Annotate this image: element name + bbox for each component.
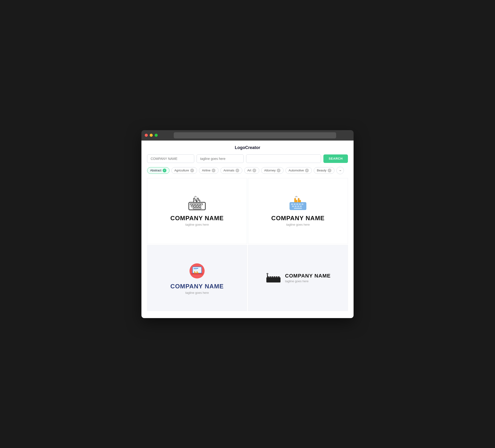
logo-grid: COMPANY NAME tagline goes here: [147, 178, 348, 311]
search-button[interactable]: SEARCH: [323, 154, 348, 163]
logo-company-2: COMPANY NAME: [271, 215, 325, 222]
filter-label: Agriculture: [174, 168, 189, 172]
check-icon: ✓: [328, 168, 331, 172]
filter-next-button[interactable]: →: [336, 167, 344, 174]
close-button[interactable]: [145, 134, 148, 137]
check-icon: ✓: [277, 168, 280, 172]
check-icon: ✓: [163, 168, 166, 172]
keyboard-bw-icon: [186, 196, 208, 212]
svg-rect-1: [190, 203, 192, 205]
check-icon: ✓: [235, 168, 239, 172]
company-name-input[interactable]: [147, 154, 194, 163]
logo-card-3[interactable]: COMPANY NAME tagline goes here: [147, 245, 247, 311]
svg-rect-34: [266, 277, 280, 282]
filter-label: Abstract: [150, 168, 162, 172]
titlebar: [141, 130, 354, 140]
svg-rect-16: [294, 203, 296, 205]
filter-chip-agriculture[interactable]: Agriculture✓: [171, 167, 197, 174]
svg-rect-33: [191, 273, 203, 274]
svg-rect-32: [193, 269, 197, 270]
svg-rect-8: [196, 206, 198, 207]
svg-rect-22: [297, 206, 299, 207]
logo-tagline-3: tagline goes here: [185, 291, 209, 294]
browser-window: LogoCreator SEARCH Abstract✓Agriculture✓…: [141, 130, 354, 318]
svg-line-27: [297, 197, 298, 197]
tagline-input[interactable]: [197, 154, 244, 163]
svg-rect-4: [198, 203, 200, 205]
filter-chip-attorney[interactable]: Attorney✓: [261, 167, 284, 174]
filter-bar: Abstract✓Agriculture✓Airline✓Animals✓Art…: [147, 167, 348, 174]
filter-label: Airline: [202, 168, 210, 172]
logo-tagline-2: tagline goes here: [286, 223, 310, 226]
keyboard-color-icon: [287, 196, 309, 212]
logo-company-4: COMPANY NAME: [285, 273, 330, 279]
logo-company-3: COMPANY NAME: [170, 283, 224, 290]
filter-label: Automotive: [289, 168, 304, 172]
filter-label: Animals: [223, 168, 234, 172]
svg-rect-40: [278, 276, 280, 278]
extra-input[interactable]: [246, 154, 321, 163]
svg-rect-5: [201, 203, 203, 205]
svg-rect-15: [291, 203, 293, 205]
svg-line-26: [295, 197, 296, 197]
svg-rect-9: [199, 206, 201, 207]
svg-rect-10: [193, 208, 201, 209]
app-title: LogoCreator: [147, 145, 348, 150]
check-icon: ✓: [212, 168, 215, 172]
logo-horizontal-4: COMPANY NAME tagline goes here: [265, 272, 330, 284]
svg-rect-19: [302, 203, 303, 205]
svg-rect-41: [267, 274, 268, 277]
logo-company-1: COMPANY NAME: [170, 215, 224, 222]
keyboard-side-icon: [265, 272, 282, 284]
svg-rect-23: [300, 206, 302, 207]
check-icon: ✓: [190, 168, 194, 172]
svg-rect-20: [292, 206, 294, 207]
minimize-button[interactable]: [150, 134, 153, 137]
logo-card-4[interactable]: COMPANY NAME tagline goes here: [248, 245, 348, 311]
filter-label: Attorney: [264, 168, 275, 172]
svg-rect-36: [269, 276, 271, 278]
svg-rect-18: [299, 203, 301, 205]
logo-text-group-4: COMPANY NAME tagline goes here: [285, 273, 330, 283]
laptop-icon: [186, 262, 208, 280]
svg-rect-17: [296, 203, 298, 205]
app-body: LogoCreator SEARCH Abstract✓Agriculture✓…: [141, 140, 354, 318]
svg-rect-6: [191, 206, 193, 207]
svg-rect-21: [295, 206, 297, 207]
filter-chip-automotive[interactable]: Automotive✓: [286, 167, 312, 174]
svg-rect-37: [272, 276, 273, 278]
url-bar[interactable]: [174, 132, 336, 139]
svg-line-13: [196, 197, 197, 197]
filter-label: Beauty: [317, 168, 326, 172]
svg-rect-31: [193, 268, 198, 269]
svg-rect-24: [294, 208, 302, 209]
filter-chip-beauty[interactable]: Beauty✓: [314, 167, 334, 174]
logo-tagline-4: tagline goes here: [285, 280, 330, 283]
logo-tagline-1: tagline goes here: [185, 223, 209, 226]
filter-chip-abstract[interactable]: Abstract✓: [147, 167, 169, 174]
logo-card-2[interactable]: COMPANY NAME tagline goes here: [248, 178, 348, 244]
svg-rect-39: [276, 276, 277, 278]
search-bar: SEARCH: [147, 154, 348, 163]
check-icon: ✓: [252, 168, 256, 172]
svg-line-12: [194, 197, 195, 197]
svg-rect-38: [274, 276, 275, 278]
maximize-button[interactable]: [155, 134, 158, 137]
filter-label: Art: [247, 168, 251, 172]
logo-card-1[interactable]: COMPANY NAME tagline goes here: [147, 178, 247, 244]
check-icon: ✓: [305, 168, 309, 172]
svg-rect-2: [193, 203, 195, 205]
filter-chip-animals[interactable]: Animals✓: [220, 167, 242, 174]
filter-chip-art[interactable]: Art✓: [244, 167, 259, 174]
svg-rect-3: [195, 203, 197, 205]
filter-chip-airline[interactable]: Airline✓: [199, 167, 219, 174]
svg-rect-7: [194, 206, 196, 207]
